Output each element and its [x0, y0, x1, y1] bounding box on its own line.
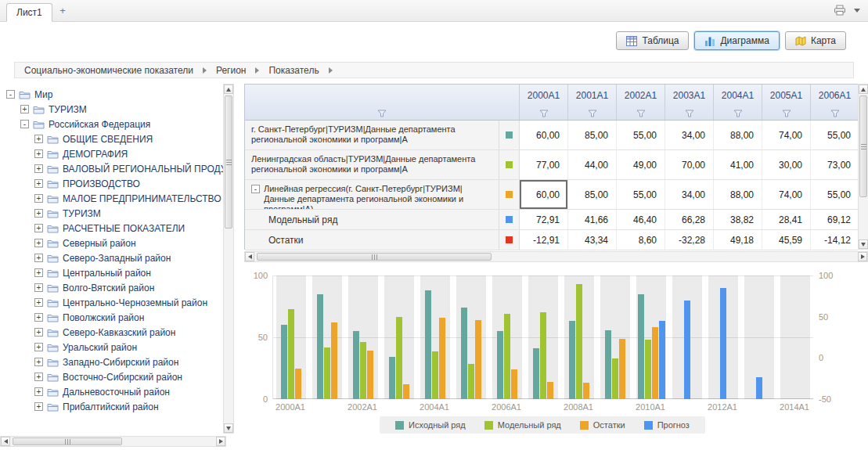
scrollbar-thumb[interactable] [225, 95, 232, 229]
value-cell[interactable]: 74,00 [762, 180, 811, 209]
tree-item[interactable]: +Северный район [0, 236, 223, 250]
tree-item[interactable]: +Центрально-Черноземный район [0, 295, 223, 310]
scroll-down-icon[interactable] [224, 423, 233, 433]
expand-icon[interactable]: + [34, 373, 43, 381]
scrollbar-thumb[interactable] [257, 253, 492, 261]
expand-icon[interactable]: + [34, 135, 43, 143]
selected-cell[interactable]: 60,00 [520, 180, 568, 209]
value-cell[interactable]: -32,28 [665, 230, 714, 250]
filter-icon[interactable] [685, 110, 694, 117]
expand-icon[interactable]: + [34, 402, 43, 411]
tree-item[interactable]: +Западно-Сибирский район [0, 355, 223, 369]
tree-item[interactable]: +ОБЩИЕ СВЕДЕНИЯ [0, 131, 223, 146]
tab-sheet1[interactable]: Лист1 [6, 3, 52, 22]
expand-icon[interactable]: + [34, 328, 43, 337]
row-header-cell[interactable] [245, 85, 520, 120]
value-cell[interactable]: 85,00 [568, 121, 617, 149]
breadcrumb-item[interactable]: Регион [216, 65, 247, 76]
value-cell[interactable]: 70,00 [665, 150, 714, 179]
scroll-right-icon[interactable] [216, 437, 225, 446]
value-cell[interactable]: -14,12 [811, 230, 859, 250]
column-header[interactable]: 2005A1 [762, 85, 811, 120]
value-cell[interactable]: 60,00 [520, 121, 568, 149]
scrollbar-thumb[interactable] [13, 437, 122, 445]
expand-icon[interactable]: + [34, 313, 43, 322]
scroll-left-icon[interactable] [1, 437, 10, 446]
scroll-right-icon[interactable] [858, 252, 867, 261]
legend-item[interactable]: Остатки [580, 420, 625, 430]
value-cell[interactable]: 46,40 [617, 210, 665, 229]
legend-item[interactable]: Модельный ряд [484, 420, 561, 430]
collapse-icon[interactable]: - [251, 185, 260, 193]
expand-icon[interactable]: + [34, 254, 43, 262]
tree-item[interactable]: -Российская Федерация [0, 117, 223, 131]
value-cell[interactable]: 73,00 [811, 150, 859, 179]
expand-icon[interactable]: + [34, 149, 43, 158]
column-header[interactable]: 2000A1 [520, 85, 568, 120]
expand-icon[interactable]: + [20, 105, 29, 113]
tree-item[interactable]: +ДЕМОГРАФИЯ [0, 146, 223, 161]
legend-item[interactable]: Исходный ряд [395, 420, 466, 430]
table-horizontal-scrollbar[interactable] [244, 251, 868, 262]
print-icon[interactable] [834, 5, 846, 16]
filter-icon[interactable] [539, 110, 549, 117]
value-cell[interactable]: 77,00 [520, 150, 568, 179]
value-cell[interactable]: 8,60 [617, 230, 665, 250]
filter-icon[interactable] [830, 110, 840, 117]
scrollbar-thumb[interactable] [859, 95, 867, 197]
filter-icon[interactable] [377, 110, 387, 117]
tree-item[interactable]: +Восточно-Сибирский район [0, 369, 223, 384]
value-cell[interactable]: 34,00 [665, 121, 714, 149]
tree-horizontal-scrollbar[interactable] [0, 436, 226, 447]
collapse-icon[interactable]: - [6, 90, 15, 99]
legend-item[interactable]: Прогноз [644, 420, 690, 430]
tree-item[interactable]: +ТУРИЗМ [0, 206, 223, 221]
table-vertical-scrollbar[interactable] [858, 84, 868, 250]
expand-icon[interactable]: + [34, 239, 43, 247]
tree-item[interactable]: +Центральный район [0, 265, 223, 280]
tree-item[interactable]: +МАЛОЕ ПРЕДПРИНИМАТЕЛЬСТВО [0, 191, 223, 206]
value-cell[interactable]: 88,00 [714, 121, 762, 149]
column-header[interactable]: 2003A1 [665, 85, 714, 120]
row-label-cell[interactable]: -Линейная регрессия(г. Санкт-Петербург|Т… [245, 180, 499, 209]
value-cell[interactable]: -12,91 [520, 230, 568, 250]
column-header[interactable]: 2002A1 [617, 85, 665, 120]
value-cell[interactable]: 55,00 [617, 121, 665, 149]
value-cell[interactable]: 44,00 [568, 150, 617, 179]
expand-icon[interactable]: + [34, 387, 43, 396]
tree-item[interactable]: +Поволжский район [0, 310, 223, 325]
expand-icon[interactable]: + [34, 164, 43, 173]
tree-item[interactable]: +Прибалтийский район [0, 399, 223, 414]
value-cell[interactable]: 38,82 [714, 210, 762, 229]
value-cell[interactable]: 55,00 [811, 121, 859, 149]
value-cell[interactable]: 49,00 [617, 150, 665, 179]
value-cell[interactable]: 55,00 [811, 180, 859, 209]
tree-item[interactable]: +ПРОИЗВОДСТВО [0, 176, 223, 191]
value-cell[interactable]: 49,18 [714, 230, 762, 250]
tree-item[interactable]: +ТУРИЗМ [0, 102, 223, 117]
new-tab-button[interactable]: + [56, 5, 69, 16]
value-cell[interactable]: 85,00 [568, 180, 617, 209]
tree-item[interactable]: +Северо-Западный район [0, 250, 223, 265]
expand-icon[interactable]: + [34, 268, 43, 277]
expand-icon[interactable]: + [34, 343, 43, 351]
row-label-cell[interactable]: Остатки [245, 230, 499, 250]
tree-item[interactable]: +Уральский район [0, 340, 223, 355]
column-header[interactable]: 2004A1 [714, 85, 762, 120]
filter-icon[interactable] [782, 110, 791, 117]
tree-item[interactable]: -Мир [0, 87, 223, 102]
tree-item[interactable]: +РАСЧЕТНЫЕ ПОКАЗАТЕЛИ [0, 221, 223, 236]
map-view-button[interactable]: Карта [785, 31, 846, 50]
value-cell[interactable]: 69,12 [811, 210, 859, 229]
value-cell[interactable]: 55,00 [617, 180, 665, 209]
breadcrumb-item[interactable]: Показатель [268, 65, 319, 76]
tree-item[interactable]: +Дальневосточный район [0, 384, 223, 399]
scroll-down-icon[interactable] [859, 239, 868, 249]
column-header[interactable]: 2001A1 [568, 85, 617, 120]
breadcrumb-item[interactable]: Социально-экономические показатели [24, 65, 193, 76]
value-cell[interactable]: 45,59 [762, 230, 811, 250]
tree-vertical-scrollbar[interactable] [223, 84, 234, 434]
value-cell[interactable]: 34,00 [665, 180, 714, 209]
filter-icon[interactable] [588, 110, 597, 117]
value-cell[interactable]: 88,00 [714, 180, 762, 209]
